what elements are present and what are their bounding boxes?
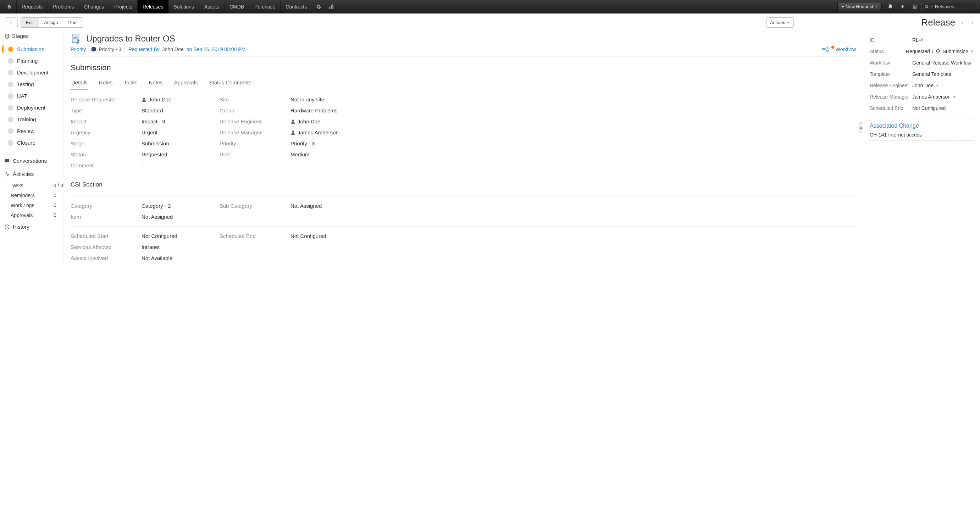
bolt-icon bbox=[900, 4, 905, 10]
svg-line-19 bbox=[824, 49, 827, 51]
stage-label: Closure bbox=[17, 140, 35, 146]
nav-item-solutions[interactable]: Solutions bbox=[169, 0, 199, 13]
status-value[interactable]: Requested / Submission ▼ bbox=[906, 49, 974, 54]
workflow-link-label: Workflow bbox=[836, 46, 856, 52]
category-value: Category - 2 bbox=[142, 203, 220, 209]
id-value: RL-4 bbox=[912, 37, 974, 43]
edit-button[interactable]: Edit Edit Release bbox=[21, 18, 39, 27]
clipboard-button[interactable] bbox=[909, 0, 921, 13]
manager-value-dropdown[interactable]: James Amberson ▼ bbox=[912, 94, 974, 100]
actions-label: Actions bbox=[770, 20, 785, 25]
svg-point-20 bbox=[143, 97, 145, 100]
sched-end-label: Scheduled End bbox=[870, 105, 912, 111]
stage-dot-icon bbox=[8, 140, 13, 146]
global-search[interactable]: ▾ Releases bbox=[921, 3, 978, 10]
priority-badge-icon bbox=[92, 47, 96, 51]
nav-item-contracts[interactable]: Contracts bbox=[280, 0, 312, 13]
nav-item-requests[interactable]: Requests bbox=[17, 0, 48, 13]
stage-item-training[interactable]: Training bbox=[7, 113, 63, 125]
prev-record-button[interactable]: ‹ bbox=[960, 19, 965, 26]
status-value: Requested bbox=[142, 151, 220, 157]
print-button[interactable]: Print bbox=[63, 18, 83, 27]
assign-button[interactable]: Assign bbox=[39, 18, 63, 27]
stage-item-submission[interactable]: Submission bbox=[7, 43, 63, 55]
action-bar: ← Edit Edit Release Assign Print Actions… bbox=[0, 13, 980, 30]
tab-notes[interactable]: Notes bbox=[148, 76, 164, 90]
status-label: Status bbox=[870, 49, 906, 54]
item-label: Item bbox=[71, 214, 142, 220]
stage-item-closure[interactable]: Closure bbox=[7, 137, 63, 149]
stage-dot-icon bbox=[8, 128, 13, 134]
nav-item-purchase[interactable]: Purchase bbox=[249, 0, 280, 13]
activity-count: 0 bbox=[49, 212, 63, 218]
nav-item-cmdb[interactable]: CMDB bbox=[224, 0, 249, 13]
conversations-label: Conversations bbox=[13, 158, 47, 164]
tab-tasks[interactable]: Tasks bbox=[123, 76, 138, 90]
release-engineer-value: John Doe bbox=[291, 118, 856, 124]
assets-involved-value: Not Available bbox=[142, 255, 220, 261]
category-label: Category bbox=[71, 203, 142, 209]
nav-item-problems[interactable]: Problems bbox=[48, 0, 79, 13]
stage-item-review[interactable]: Review bbox=[7, 125, 63, 137]
top-navbar: RequestsProblemsChangesProjectsReleasesS… bbox=[0, 0, 980, 13]
activity-row-approvals[interactable]: Approvals0 bbox=[11, 210, 63, 220]
priority-value2: Priority - 3 bbox=[291, 140, 856, 146]
nav-item-assets[interactable]: Assets bbox=[199, 0, 224, 13]
activities-link[interactable]: Activities bbox=[4, 167, 63, 180]
actions-dropdown[interactable]: Actions ▼ bbox=[766, 17, 794, 28]
engineer-value-dropdown[interactable]: John Doe ▼ bbox=[912, 83, 974, 88]
right-properties-panel: ▶ IDRL-4 Status Requested / Submission ▼… bbox=[863, 30, 980, 264]
nav-item-releases[interactable]: Releases bbox=[138, 0, 169, 13]
back-button[interactable]: ← bbox=[5, 17, 18, 28]
urgency-value: Urgent bbox=[142, 129, 220, 135]
page-heading: Release bbox=[921, 17, 955, 28]
bar-chart-icon bbox=[328, 4, 334, 10]
tab-approvals[interactable]: Approvals bbox=[173, 76, 199, 90]
tab-roles[interactable]: Roles bbox=[98, 76, 113, 90]
svg-line-18 bbox=[824, 48, 827, 49]
next-record-button[interactable]: › bbox=[970, 19, 975, 26]
history-link[interactable]: History bbox=[4, 220, 63, 233]
stage-item-development[interactable]: Development bbox=[7, 67, 63, 78]
tab-details[interactable]: Details bbox=[71, 76, 88, 90]
activity-row-tasks[interactable]: Tasks0 / 0 bbox=[11, 180, 63, 191]
stage-value: Submission bbox=[142, 140, 220, 146]
stage-item-uat[interactable]: UAT bbox=[7, 90, 63, 102]
conversations-link[interactable]: Conversations bbox=[4, 154, 63, 167]
release-title: Upgrades to Router OS bbox=[86, 34, 175, 44]
activity-icon bbox=[4, 171, 10, 177]
collapse-panel-button[interactable]: ▶ bbox=[859, 122, 863, 133]
workflow-link[interactable]: Workflow bbox=[822, 46, 856, 52]
stage-item-planning[interactable]: Planning bbox=[7, 55, 63, 67]
nav-item-projects[interactable]: Projects bbox=[109, 0, 138, 13]
activity-count: 0 bbox=[49, 192, 63, 198]
sched-end-value: Not Configured bbox=[912, 105, 974, 111]
comment-label: Comment bbox=[71, 162, 142, 169]
svg-point-21 bbox=[292, 119, 294, 122]
activities-label: Activities bbox=[13, 171, 34, 177]
activity-row-reminders[interactable]: Reminders0 bbox=[11, 191, 63, 200]
manager-label: Release Manager bbox=[870, 94, 912, 100]
activity-count: 0 / 0 bbox=[49, 183, 63, 188]
nav-item-changes[interactable]: Changes bbox=[79, 0, 109, 13]
new-request-button[interactable]: + New Request ▼ bbox=[837, 2, 882, 11]
services-affected-value: Intranet bbox=[142, 244, 220, 250]
details-grid: Release Requester John Doe Site Not in a… bbox=[71, 97, 856, 261]
tab-status-comments[interactable]: Status Comments bbox=[208, 76, 252, 90]
quick-actions-button[interactable] bbox=[897, 0, 909, 13]
id-label: ID bbox=[870, 37, 912, 43]
notifications-button[interactable] bbox=[884, 0, 897, 13]
associated-change-header[interactable]: Associated Change bbox=[870, 118, 974, 129]
associated-change-item[interactable]: CH-141 Internet access bbox=[870, 129, 974, 141]
item-value: Not Assigned bbox=[142, 214, 220, 220]
home-nav-item[interactable] bbox=[2, 0, 17, 13]
stage-item-testing[interactable]: Testing bbox=[7, 78, 63, 90]
settings-gear-nav[interactable] bbox=[312, 0, 325, 13]
stage-label: UAT bbox=[17, 93, 27, 99]
history-label: History bbox=[13, 224, 29, 230]
stage-item-deployment[interactable]: Deployment bbox=[7, 102, 63, 113]
site-label: Site bbox=[220, 97, 291, 102]
stage-dot-icon bbox=[8, 70, 13, 76]
activity-row-work-logs[interactable]: Work Logs0 bbox=[11, 200, 63, 210]
reports-nav[interactable] bbox=[325, 0, 338, 13]
